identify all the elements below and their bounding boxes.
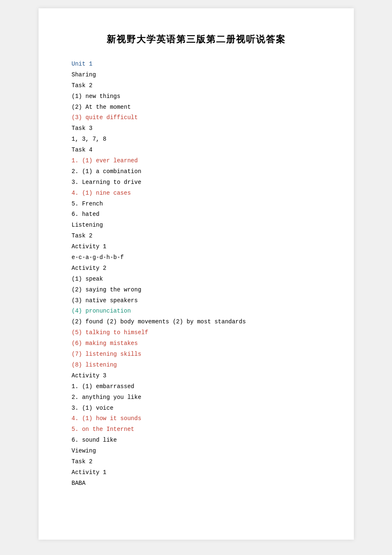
list-item: 4. (1) nine cases — [72, 188, 321, 199]
list-item: Activity 1 — [72, 467, 321, 478]
list-item: (1) new things — [72, 91, 321, 102]
list-item: (8) listening — [72, 360, 321, 371]
list-item: Activity 1 — [72, 242, 321, 252]
list-item: Viewing — [72, 446, 321, 457]
list-item: 6. hated — [72, 209, 321, 220]
list-item: Activity 3 — [72, 371, 321, 381]
page-container: 新视野大学英语第三版第二册视听说答案 Unit 1SharingTask 2(1… — [39, 8, 354, 540]
list-item: Task 4 — [72, 145, 321, 156]
list-item: 1. (1) embarrassed — [72, 381, 321, 392]
list-item: (5) talking to himself — [72, 328, 321, 338]
list-item: Task 2 — [72, 457, 321, 467]
list-item: Task 3 — [72, 123, 321, 134]
page-title: 新视野大学英语第三版第二册视听说答案 — [72, 33, 321, 46]
list-item: 4. (1) how it sounds — [72, 413, 321, 424]
list-item: Task 2 — [72, 81, 321, 91]
list-item: 2. anything you like — [72, 392, 321, 403]
list-item: Sharing — [72, 70, 321, 81]
list-item: 1, 3, 7, 8 — [72, 134, 321, 145]
list-item: (7) listening skills — [72, 349, 321, 360]
list-item: 5. on the Internet — [72, 424, 321, 435]
list-item: (3) quite difficult — [72, 112, 321, 123]
list-item: (3) native speakers — [72, 296, 321, 306]
list-item: 6. sound like — [72, 435, 321, 446]
list-item: 2. (1) a combination — [72, 166, 321, 177]
list-item: (6) making mistakes — [72, 338, 321, 349]
list-item: 3. (1) voice — [72, 403, 321, 414]
list-item: BABA — [72, 478, 321, 489]
list-item: Listening — [72, 220, 321, 231]
list-item: 1. (1) ever learned — [72, 156, 321, 166]
list-item: (2) found (2) body movements (2) by most… — [72, 317, 321, 328]
list-item: Task 2 — [72, 231, 321, 242]
list-item: (2) saying the wrong — [72, 285, 321, 296]
list-item: 3. Learning to drive — [72, 177, 321, 188]
list-item: Unit 1 — [72, 59, 321, 70]
list-item: (1) speak — [72, 274, 321, 285]
list-item: e-c-a-g-d-h-b-f — [72, 252, 321, 263]
list-item: (4) pronunciation — [72, 306, 321, 317]
list-item: 5. French — [72, 199, 321, 210]
content-area: Unit 1SharingTask 2(1) new things(2) At … — [72, 59, 321, 489]
list-item: Activity 2 — [72, 263, 321, 274]
list-item: (2) At the moment — [72, 102, 321, 113]
